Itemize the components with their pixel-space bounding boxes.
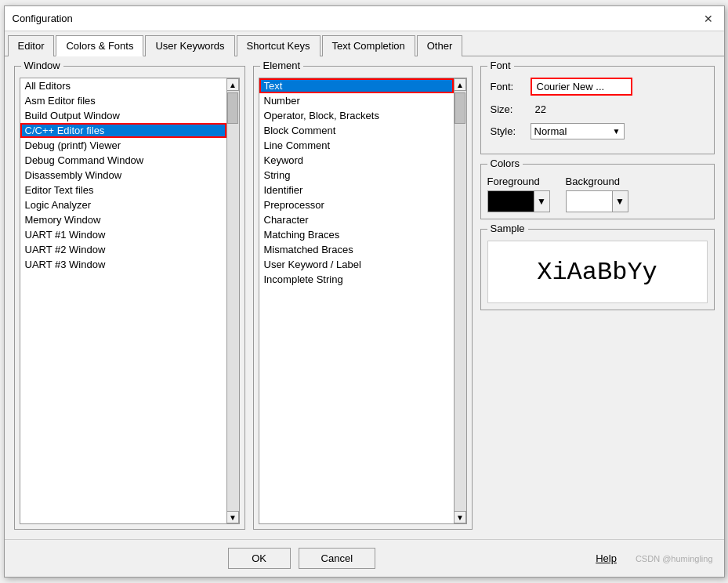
background-picker[interactable]: ▼ (566, 190, 628, 212)
font-value-box[interactable]: Courier New ... (531, 78, 632, 96)
list-item[interactable]: UART #1 Window (20, 227, 226, 242)
list-item[interactable]: Preprocessor (259, 197, 454, 212)
element-list-container: Text Number Operator, Block, Brackets Bl… (259, 78, 467, 524)
style-label: Style: (491, 125, 526, 137)
element-list[interactable]: Text Number Operator, Block, Brackets Bl… (259, 78, 454, 523)
list-item[interactable]: Mismatched Braces (259, 242, 454, 257)
window-panel: Window All Editors Asm Editor files Buil… (14, 66, 245, 530)
size-row: Size: 22 (491, 102, 704, 117)
list-item[interactable]: Line Comment (259, 138, 454, 153)
font-panel: Font Font: Courier New ... Size: 22 Styl… (480, 66, 715, 154)
close-button[interactable]: ✕ (701, 11, 716, 27)
list-item[interactable]: Identifier (259, 183, 454, 197)
scroll-up-arrow[interactable]: ▲ (226, 78, 239, 91)
list-item[interactable]: All Editors (20, 78, 226, 93)
list-item[interactable]: Character (259, 212, 454, 227)
bottom-buttons: OK Cancel (16, 548, 589, 569)
help-link[interactable]: Help (596, 552, 617, 564)
list-item[interactable]: Logic Analyzer (20, 197, 226, 212)
configuration-dialog: Configuration ✕ Editor Colors & Fonts Us… (4, 5, 725, 578)
bottom-bar: OK Cancel Help CSDN @humingling (5, 539, 724, 577)
tab-colors-fonts[interactable]: Colors & Fonts (56, 35, 143, 56)
list-item[interactable]: Disassembly Window (20, 168, 226, 183)
colors-panel: Colors Foreground ▼ Background (480, 164, 715, 219)
colors-panel-label: Colors (487, 158, 523, 169)
sample-panel-label: Sample (487, 223, 528, 234)
background-label: Background (566, 176, 620, 187)
tab-other[interactable]: Other (417, 35, 463, 56)
style-dropdown-arrow: ▼ (613, 127, 621, 136)
size-value: 22 (531, 102, 551, 117)
list-item[interactable]: Memory Window (20, 212, 226, 227)
window-panel-label: Window (21, 60, 63, 71)
window-list-container: All Editors Asm Editor files Build Outpu… (20, 78, 240, 524)
sample-text: XiAaBbYy (537, 258, 657, 287)
content-area: Window All Editors Asm Editor files Buil… (5, 56, 724, 539)
ok-button[interactable]: OK (228, 548, 291, 569)
font-panel-label: Font (487, 60, 514, 71)
background-col: Background ▼ (566, 176, 628, 212)
size-label: Size: (491, 103, 526, 115)
list-item[interactable]: Editor Text files (20, 183, 226, 197)
foreground-arrow-btn[interactable]: ▼ (534, 190, 550, 212)
sample-panel: Sample XiAaBbYy (480, 229, 715, 310)
panels-row: Window All Editors Asm Editor files Buil… (14, 66, 715, 530)
scroll-down-arrow[interactable]: ▼ (226, 511, 239, 523)
tab-user-keywords[interactable]: User Keywords (145, 35, 234, 56)
element-panel: Element Text Number Operator, Block, Bra… (253, 66, 473, 530)
foreground-picker[interactable]: ▼ (487, 190, 550, 212)
scroll-down-arrow[interactable]: ▼ (454, 511, 466, 523)
font-row: Font: Courier New ... (491, 78, 704, 96)
window-scrollbar[interactable]: ▲ ▼ (226, 78, 239, 523)
tab-text-completion[interactable]: Text Completion (322, 35, 415, 56)
style-select[interactable]: Normal ▼ (531, 123, 625, 139)
window-list[interactable]: All Editors Asm Editor files Build Outpu… (20, 78, 226, 523)
list-item[interactable]: Build Output Window (20, 108, 226, 123)
font-label: Font: (491, 81, 526, 92)
element-scrollbar[interactable]: ▲ ▼ (454, 78, 466, 523)
scroll-up-arrow[interactable]: ▲ (454, 78, 466, 91)
list-item[interactable]: User Keyword / Label (259, 257, 454, 272)
background-arrow-btn[interactable]: ▼ (613, 190, 628, 212)
colors-row: Foreground ▼ Background ▼ (487, 176, 708, 212)
list-item[interactable]: UART #2 Window (20, 242, 226, 257)
foreground-col: Foreground ▼ (487, 176, 550, 212)
tabs-bar: Editor Colors & Fonts User Keywords Shor… (5, 31, 724, 56)
tab-shortcut-keys[interactable]: Shortcut Keys (237, 35, 321, 56)
list-item[interactable]: Matching Braces (259, 227, 454, 242)
dialog-title: Configuration (13, 13, 73, 24)
list-item[interactable]: Debug (printf) Viewer (20, 138, 226, 153)
list-item-selected[interactable]: C/C++ Editor files (20, 123, 226, 138)
title-bar: Configuration ✕ (5, 6, 724, 31)
tab-editor[interactable]: Editor (8, 35, 55, 56)
watermark: CSDN @humingling (636, 554, 713, 563)
foreground-label: Foreground (487, 176, 540, 187)
foreground-color-box[interactable] (487, 190, 534, 212)
list-item[interactable]: Debug Command Window (20, 153, 226, 168)
list-item[interactable]: Incomplete String (259, 272, 454, 287)
style-row: Style: Normal ▼ (491, 123, 704, 139)
right-panel: Font Font: Courier New ... Size: 22 Styl… (480, 66, 715, 530)
font-value: Courier New ... (537, 81, 605, 92)
scroll-thumb[interactable] (455, 92, 465, 124)
list-item[interactable]: Number (259, 93, 454, 108)
list-item[interactable]: Operator, Block, Brackets (259, 108, 454, 123)
cancel-button[interactable]: Cancel (299, 548, 375, 569)
list-item[interactable]: String (259, 168, 454, 183)
list-item[interactable]: Asm Editor files (20, 93, 226, 108)
background-color-box[interactable] (566, 190, 613, 212)
style-value: Normal (534, 125, 567, 137)
element-item-selected[interactable]: Text (259, 78, 454, 93)
list-item[interactable]: Keyword (259, 153, 454, 168)
element-panel-label: Element (260, 60, 304, 71)
list-item[interactable]: UART #3 Window (20, 257, 226, 272)
list-item[interactable]: Block Comment (259, 123, 454, 138)
sample-box: XiAaBbYy (487, 241, 708, 303)
scroll-thumb[interactable] (227, 92, 238, 124)
